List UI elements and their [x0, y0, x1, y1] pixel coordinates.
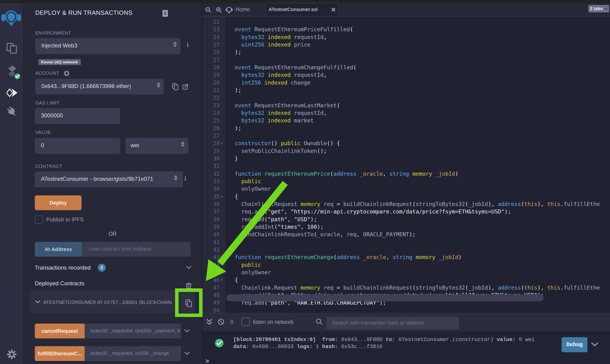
home-icon[interactable] — [225, 6, 233, 14]
tx-log-line-1[interactable]: [block:20780401 txIndex:0] from: 0x643..… — [233, 337, 535, 343]
environment-info-icon[interactable]: i — [187, 41, 189, 48]
value-label: VALUE — [35, 130, 51, 135]
code-line-23: 23 event RequestEthereumLastMarket( — [203, 102, 610, 109]
transactions-count-badge: 2 — [98, 264, 106, 272]
settings-gear-icon[interactable] — [7, 349, 17, 360]
code-line-29: 29 setPublicChainlinkToken(); — [203, 147, 610, 155]
clear-contracts-trash-icon[interactable] — [186, 283, 191, 289]
edit-account-icon[interactable] — [183, 83, 189, 90]
code-line-37: 37 req.add("get", "https://min-api.crypt… — [203, 208, 610, 215]
at-address-input[interactable]: Load contract from Address — [82, 242, 191, 257]
code-line-21: 21 ); — [203, 86, 610, 94]
code-editor: Home ATestnetConsumer.sol 2 tabs 1213 ev… — [203, 3, 610, 313]
account-select[interactable]: 0x643...9F88D (1.666673996 ether) — [35, 79, 164, 94]
contract-card-chevron-icon[interactable] — [35, 300, 40, 303]
expand-terminal-icon[interactable] — [206, 319, 212, 326]
contract-select[interactable]: ATestnetConsumer - browser/gists/9b71e07… — [35, 171, 183, 187]
code-line-31: 31 — [203, 162, 610, 170]
pending-tx-count: 0 — [230, 319, 233, 325]
zoom-out-icon[interactable] — [205, 7, 212, 13]
code-line-32: 32 function requestEthereumPrice(address… — [203, 170, 610, 178]
publish-ipfs-label: Publish to IPFS — [46, 217, 84, 223]
code-area[interactable]: 1213 event RequestEthereumPriceFulfilled… — [203, 16, 610, 313]
deploy-button[interactable]: Deploy — [35, 195, 81, 210]
fulfillEthereumChange-expand-icon[interactable] — [185, 352, 190, 355]
deploy-run-panel: DEPLOY & RUN TRANSACTIONS ENVIRONMENT In… — [24, 3, 202, 364]
transactions-chevron-icon[interactable] — [186, 266, 191, 269]
gas-limit-input[interactable]: 3000000 — [35, 108, 120, 124]
code-line-38: 38 req.add("path", "USD"); — [203, 215, 610, 223]
deploy-run-icon[interactable] — [7, 89, 18, 98]
environment-select[interactable]: Injected Web3 — [35, 38, 180, 54]
listen-network-label: listen on network — [253, 319, 294, 325]
contract-info-icon[interactable]: i — [185, 175, 186, 182]
clear-console-icon[interactable] — [218, 319, 224, 325]
code-line-28: 28▾ constructor() public Ownable() { — [203, 139, 610, 147]
publish-ipfs-checkbox[interactable] — [35, 216, 43, 224]
code-line-44: 44 public — [203, 261, 610, 269]
log-expand-chevron-icon[interactable] — [591, 342, 598, 347]
contract-card-title: ATESTNETCONSUMER AT 0X7E7...E80D1 (BLOCK… — [43, 300, 175, 305]
terminal-header: 0 listen on network Search with transact… — [203, 313, 610, 331]
code-line-25: 25 bytes32 indexed market — [203, 117, 610, 124]
code-line-27: 27 — [203, 132, 610, 140]
cancelRequest-expand-icon[interactable] — [185, 329, 190, 333]
tx-log-line-2[interactable]: data: 0x608...60033 logs: 1 hash: 0x53c.… — [233, 344, 383, 350]
transactions-recorded-label: Transactions recorded — [35, 264, 91, 271]
code-line-19: 19 bytes32 indexed requestId, — [203, 71, 610, 79]
fulfillEthereumChange-args-input[interactable]: bytes32 _requestId, int256 _change — [85, 346, 181, 361]
code-line-15: 15 uint256 indexed price — [203, 41, 610, 48]
deployed-contracts-label: Deployed Contracts — [35, 280, 84, 287]
contract-label: CONTRACT — [35, 164, 62, 169]
copy-contract-address-icon[interactable] — [186, 299, 192, 307]
code-line-17: 17 — [203, 56, 610, 64]
solidity-compiler-icon[interactable] — [7, 65, 21, 80]
code-line-50: 50 — [203, 306, 610, 313]
code-line-26: 26 ); — [203, 124, 610, 132]
code-line-34: 34 onlyOwner — [203, 185, 610, 193]
debug-button[interactable]: Debug — [562, 337, 587, 352]
cancelRequest-button[interactable]: cancelRequest — [35, 324, 85, 338]
code-line-24: 24 bytes32 indexed requestId, — [203, 109, 610, 117]
code-line-47: 47 Chainlink.Request memory req = buildC… — [203, 284, 610, 291]
or-label: OR — [108, 231, 117, 237]
code-line-40: 40 sendChainlinkRequestTo(_oracle, req, … — [203, 230, 610, 238]
code-line-45: 45 onlyOwner — [203, 268, 610, 276]
listen-network-checkbox[interactable] — [241, 318, 250, 326]
value-unit-select[interactable]: wei — [125, 138, 188, 154]
code-line-35: 35▾ { — [203, 193, 610, 200]
code-line-39: 39 req.addInt("times", 100); — [203, 223, 610, 231]
gas-limit-label: GAS LIMIT — [35, 100, 59, 106]
plugin-manager-icon[interactable] — [6, 106, 18, 117]
code-line-36: 36 Chainlink.Request memory req = buildC… — [203, 200, 610, 208]
tabs-count-dropdown[interactable]: 2 tabs — [588, 5, 609, 13]
code-line-43: 43 function requestEthereumChange(addres… — [203, 253, 610, 261]
code-line-20: 20 int256 indexed change — [203, 79, 610, 86]
terminal: 0 listen on network Search with transact… — [203, 313, 610, 364]
copy-account-icon[interactable] — [172, 83, 178, 90]
remix-logo-icon[interactable] — [1, 9, 21, 27]
account-label: ACCOUNT — [35, 70, 59, 76]
at-address-button[interactable]: At Address — [35, 242, 82, 257]
code-line-33: 33 public — [203, 177, 610, 185]
docs-icon[interactable] — [163, 10, 168, 17]
cancelRequest-args-input[interactable]: bytes32 _requestId, uint256 _payment, b — [85, 324, 181, 338]
code-line-12: 12 — [203, 18, 610, 26]
add-account-icon[interactable] — [64, 71, 69, 76]
terminal-search-input[interactable]: Search with transaction hash or address — [326, 317, 459, 329]
file-explorer-icon[interactable] — [7, 43, 18, 54]
close-tab-icon[interactable] — [331, 7, 336, 12]
active-tab[interactable]: ATestnetConsumer.sol — [265, 3, 339, 16]
editor-horizontal-scrollbar[interactable] — [226, 294, 544, 301]
code-line-13: 13 event RequestEthereumPriceFulfilled( — [203, 25, 610, 33]
remix-ide: DEPLOY & RUN TRANSACTIONS ENVIRONMENT In… — [0, 0, 610, 364]
environment-label: ENVIRONMENT — [35, 30, 71, 36]
deployed-contract-card[interactable]: ATESTNETCONSUMER AT 0X7E7...E80D1 (BLOCK… — [29, 290, 195, 313]
terminal-prompt[interactable]: > — [205, 358, 209, 364]
code-line-14: 14 bytes32 indexed requestId, — [203, 33, 610, 41]
fulfillEthereumChange-button[interactable]: fulfillEthereumC... — [35, 346, 85, 361]
value-input[interactable]: 0 — [35, 138, 120, 154]
zoom-in-icon[interactable] — [216, 7, 222, 13]
home-tab[interactable]: Home — [236, 6, 250, 13]
search-icon — [316, 318, 323, 325]
